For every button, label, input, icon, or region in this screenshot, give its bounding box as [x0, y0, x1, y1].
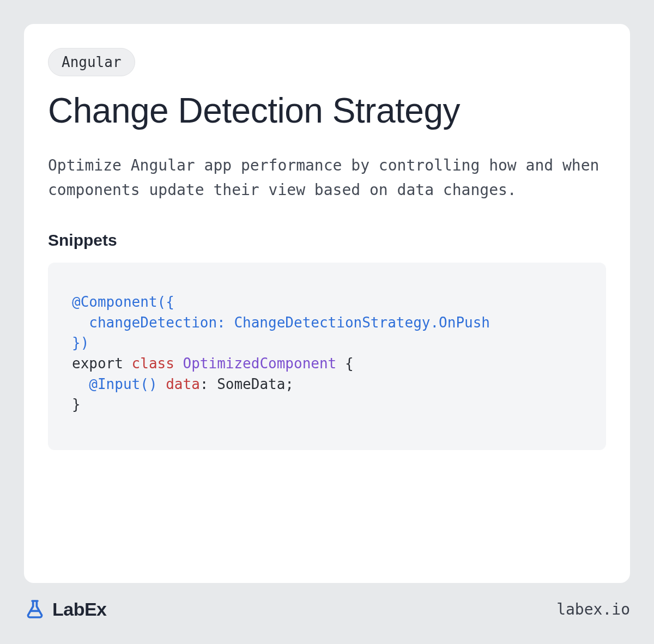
code-space: [174, 355, 183, 372]
flask-icon: [24, 598, 46, 620]
code-input-decorator: @Input(): [89, 376, 157, 392]
snippets-heading: Snippets: [48, 231, 606, 250]
code-space: [158, 376, 166, 392]
code-prop-type: : SomeData;: [200, 376, 294, 392]
code-export: export: [72, 355, 132, 372]
code-brace-open: {: [336, 355, 353, 372]
code-option: changeDetection: ChangeDetectionStrategy…: [72, 314, 490, 331]
code-indent: [72, 376, 89, 392]
code-brace-close: }: [72, 396, 81, 412]
code-snippet-block: @Component({ changeDetection: ChangeDete…: [48, 263, 606, 450]
code-prop-name: data: [166, 376, 200, 392]
page-title: Change Detection Strategy: [48, 92, 606, 130]
brand-url: labex.io: [556, 600, 630, 618]
category-tag: Angular: [48, 48, 135, 76]
description-text: Optimize Angular app performance by cont…: [48, 154, 606, 203]
footer: LabEx labex.io: [24, 583, 630, 620]
content-card: Angular Change Detection Strategy Optimi…: [24, 24, 630, 583]
brand: LabEx: [24, 598, 107, 620]
code-decorator: @Component({: [72, 294, 174, 310]
brand-name: LabEx: [52, 599, 107, 620]
code-decorator-close: }): [72, 335, 89, 351]
code-class-keyword: class: [132, 355, 174, 372]
code-class-name: OptimizedComponent: [183, 355, 337, 372]
